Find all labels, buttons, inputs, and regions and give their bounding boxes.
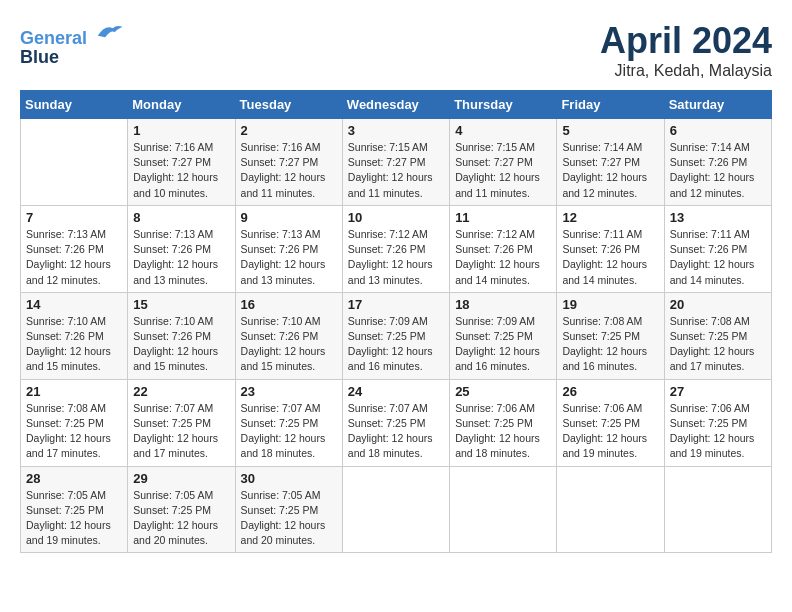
calendar-title: April 2024 — [600, 20, 772, 62]
title-block: April 2024 Jitra, Kedah, Malaysia — [600, 20, 772, 80]
calendar-cell: 29Sunrise: 7:05 AM Sunset: 7:25 PM Dayli… — [128, 466, 235, 553]
day-number: 18 — [455, 297, 551, 312]
day-number: 9 — [241, 210, 337, 225]
calendar-week-3: 14Sunrise: 7:10 AM Sunset: 7:26 PM Dayli… — [21, 292, 772, 379]
day-number: 11 — [455, 210, 551, 225]
header-sunday: Sunday — [21, 91, 128, 119]
day-number: 15 — [133, 297, 229, 312]
calendar-body: 1Sunrise: 7:16 AM Sunset: 7:27 PM Daylig… — [21, 119, 772, 553]
calendar-cell — [450, 466, 557, 553]
logo-bird-icon — [94, 20, 124, 44]
day-info: Sunrise: 7:14 AM Sunset: 7:27 PM Dayligh… — [562, 140, 658, 201]
day-number: 26 — [562, 384, 658, 399]
day-info: Sunrise: 7:16 AM Sunset: 7:27 PM Dayligh… — [241, 140, 337, 201]
day-info: Sunrise: 7:13 AM Sunset: 7:26 PM Dayligh… — [133, 227, 229, 288]
day-info: Sunrise: 7:10 AM Sunset: 7:26 PM Dayligh… — [133, 314, 229, 375]
day-info: Sunrise: 7:11 AM Sunset: 7:26 PM Dayligh… — [670, 227, 766, 288]
day-number: 7 — [26, 210, 122, 225]
calendar-cell: 1Sunrise: 7:16 AM Sunset: 7:27 PM Daylig… — [128, 119, 235, 206]
day-info: Sunrise: 7:15 AM Sunset: 7:27 PM Dayligh… — [455, 140, 551, 201]
day-number: 29 — [133, 471, 229, 486]
day-number: 21 — [26, 384, 122, 399]
day-info: Sunrise: 7:09 AM Sunset: 7:25 PM Dayligh… — [348, 314, 444, 375]
header-tuesday: Tuesday — [235, 91, 342, 119]
calendar-week-1: 1Sunrise: 7:16 AM Sunset: 7:27 PM Daylig… — [21, 119, 772, 206]
calendar-cell: 4Sunrise: 7:15 AM Sunset: 7:27 PM Daylig… — [450, 119, 557, 206]
day-info: Sunrise: 7:14 AM Sunset: 7:26 PM Dayligh… — [670, 140, 766, 201]
calendar-cell: 5Sunrise: 7:14 AM Sunset: 7:27 PM Daylig… — [557, 119, 664, 206]
calendar-cell: 2Sunrise: 7:16 AM Sunset: 7:27 PM Daylig… — [235, 119, 342, 206]
day-number: 19 — [562, 297, 658, 312]
day-number: 2 — [241, 123, 337, 138]
calendar-week-2: 7Sunrise: 7:13 AM Sunset: 7:26 PM Daylig… — [21, 205, 772, 292]
day-info: Sunrise: 7:06 AM Sunset: 7:25 PM Dayligh… — [455, 401, 551, 462]
calendar-cell: 28Sunrise: 7:05 AM Sunset: 7:25 PM Dayli… — [21, 466, 128, 553]
calendar-cell: 15Sunrise: 7:10 AM Sunset: 7:26 PM Dayli… — [128, 292, 235, 379]
day-info: Sunrise: 7:07 AM Sunset: 7:25 PM Dayligh… — [133, 401, 229, 462]
calendar-cell: 14Sunrise: 7:10 AM Sunset: 7:26 PM Dayli… — [21, 292, 128, 379]
calendar-subtitle: Jitra, Kedah, Malaysia — [600, 62, 772, 80]
day-info: Sunrise: 7:12 AM Sunset: 7:26 PM Dayligh… — [455, 227, 551, 288]
calendar-cell: 8Sunrise: 7:13 AM Sunset: 7:26 PM Daylig… — [128, 205, 235, 292]
page-header: General Blue April 2024 Jitra, Kedah, Ma… — [20, 20, 772, 80]
day-info: Sunrise: 7:05 AM Sunset: 7:25 PM Dayligh… — [133, 488, 229, 549]
day-info: Sunrise: 7:10 AM Sunset: 7:26 PM Dayligh… — [241, 314, 337, 375]
calendar-cell: 12Sunrise: 7:11 AM Sunset: 7:26 PM Dayli… — [557, 205, 664, 292]
calendar-cell: 21Sunrise: 7:08 AM Sunset: 7:25 PM Dayli… — [21, 379, 128, 466]
calendar-cell: 22Sunrise: 7:07 AM Sunset: 7:25 PM Dayli… — [128, 379, 235, 466]
day-number: 13 — [670, 210, 766, 225]
calendar-cell: 27Sunrise: 7:06 AM Sunset: 7:25 PM Dayli… — [664, 379, 771, 466]
day-info: Sunrise: 7:05 AM Sunset: 7:25 PM Dayligh… — [26, 488, 122, 549]
day-number: 10 — [348, 210, 444, 225]
day-number: 4 — [455, 123, 551, 138]
day-number: 12 — [562, 210, 658, 225]
day-number: 28 — [26, 471, 122, 486]
day-number: 17 — [348, 297, 444, 312]
calendar-header-row: SundayMondayTuesdayWednesdayThursdayFrid… — [21, 91, 772, 119]
day-info: Sunrise: 7:07 AM Sunset: 7:25 PM Dayligh… — [241, 401, 337, 462]
day-info: Sunrise: 7:12 AM Sunset: 7:26 PM Dayligh… — [348, 227, 444, 288]
calendar-cell: 24Sunrise: 7:07 AM Sunset: 7:25 PM Dayli… — [342, 379, 449, 466]
logo: General Blue — [20, 20, 124, 68]
day-number: 8 — [133, 210, 229, 225]
header-friday: Friday — [557, 91, 664, 119]
day-info: Sunrise: 7:08 AM Sunset: 7:25 PM Dayligh… — [562, 314, 658, 375]
header-saturday: Saturday — [664, 91, 771, 119]
day-info: Sunrise: 7:08 AM Sunset: 7:25 PM Dayligh… — [670, 314, 766, 375]
day-info: Sunrise: 7:06 AM Sunset: 7:25 PM Dayligh… — [670, 401, 766, 462]
header-wednesday: Wednesday — [342, 91, 449, 119]
day-number: 30 — [241, 471, 337, 486]
day-number: 3 — [348, 123, 444, 138]
calendar-cell: 26Sunrise: 7:06 AM Sunset: 7:25 PM Dayli… — [557, 379, 664, 466]
logo-blue: Blue — [20, 47, 124, 68]
calendar-cell: 7Sunrise: 7:13 AM Sunset: 7:26 PM Daylig… — [21, 205, 128, 292]
day-info: Sunrise: 7:05 AM Sunset: 7:25 PM Dayligh… — [241, 488, 337, 549]
calendar-cell — [557, 466, 664, 553]
day-info: Sunrise: 7:13 AM Sunset: 7:26 PM Dayligh… — [26, 227, 122, 288]
header-monday: Monday — [128, 91, 235, 119]
day-number: 24 — [348, 384, 444, 399]
day-number: 27 — [670, 384, 766, 399]
day-number: 16 — [241, 297, 337, 312]
day-info: Sunrise: 7:06 AM Sunset: 7:25 PM Dayligh… — [562, 401, 658, 462]
calendar-cell: 16Sunrise: 7:10 AM Sunset: 7:26 PM Dayli… — [235, 292, 342, 379]
day-info: Sunrise: 7:15 AM Sunset: 7:27 PM Dayligh… — [348, 140, 444, 201]
logo-text: General — [20, 20, 124, 49]
calendar-cell: 20Sunrise: 7:08 AM Sunset: 7:25 PM Dayli… — [664, 292, 771, 379]
calendar-cell — [342, 466, 449, 553]
calendar-cell: 10Sunrise: 7:12 AM Sunset: 7:26 PM Dayli… — [342, 205, 449, 292]
day-info: Sunrise: 7:13 AM Sunset: 7:26 PM Dayligh… — [241, 227, 337, 288]
day-number: 22 — [133, 384, 229, 399]
calendar-cell: 6Sunrise: 7:14 AM Sunset: 7:26 PM Daylig… — [664, 119, 771, 206]
calendar-cell: 23Sunrise: 7:07 AM Sunset: 7:25 PM Dayli… — [235, 379, 342, 466]
day-number: 23 — [241, 384, 337, 399]
header-thursday: Thursday — [450, 91, 557, 119]
calendar-cell: 13Sunrise: 7:11 AM Sunset: 7:26 PM Dayli… — [664, 205, 771, 292]
calendar-table: SundayMondayTuesdayWednesdayThursdayFrid… — [20, 90, 772, 553]
calendar-cell: 17Sunrise: 7:09 AM Sunset: 7:25 PM Dayli… — [342, 292, 449, 379]
day-info: Sunrise: 7:10 AM Sunset: 7:26 PM Dayligh… — [26, 314, 122, 375]
calendar-cell: 9Sunrise: 7:13 AM Sunset: 7:26 PM Daylig… — [235, 205, 342, 292]
day-number: 1 — [133, 123, 229, 138]
calendar-cell: 3Sunrise: 7:15 AM Sunset: 7:27 PM Daylig… — [342, 119, 449, 206]
calendar-cell: 19Sunrise: 7:08 AM Sunset: 7:25 PM Dayli… — [557, 292, 664, 379]
